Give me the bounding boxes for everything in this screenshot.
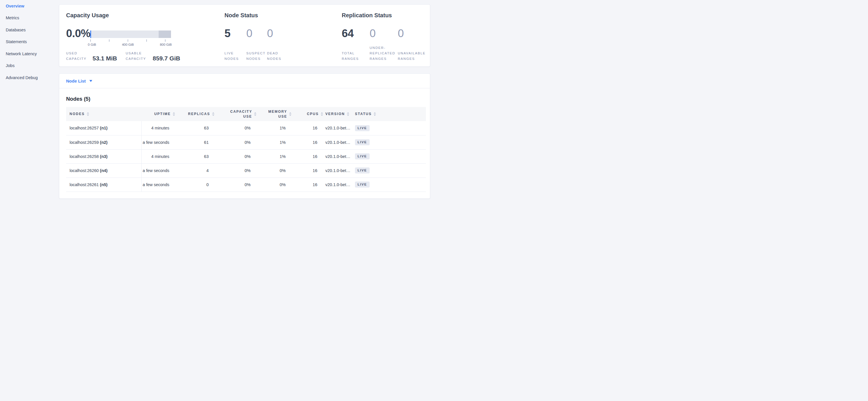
- replicas-cell: 0: [177, 177, 217, 192]
- view-selector-bar: Node List: [59, 74, 430, 88]
- column-header-replicas[interactable]: REPLICAS: [177, 107, 217, 121]
- status-badge: LIVE: [355, 125, 370, 131]
- unavailable-ranges-label: UNAVAILABLE RANGES: [398, 51, 425, 62]
- suspect-nodes-count: 0: [246, 27, 267, 40]
- replicas-cell: 63: [177, 149, 217, 163]
- node-address-cell: localhost:26259 (n2): [66, 135, 142, 149]
- uptime-cell: a few seconds: [142, 163, 177, 177]
- live-nodes-label: LIVE NODES: [224, 51, 246, 62]
- sort-icon: [173, 112, 175, 116]
- node-status-section: Node Status 5 0 0 LIVE NODES SUSPECT NOD…: [224, 12, 334, 62]
- usable-capacity-stat: USABLE CAPACITY 859.7 GiB: [126, 51, 180, 62]
- sidebar-item-overview[interactable]: Overview: [0, 0, 59, 12]
- status-cell: LIVE: [355, 121, 426, 135]
- replicas-cell: 4: [177, 163, 217, 177]
- status-badge: LIVE: [355, 153, 370, 160]
- axis-label-400gib: 400 GiB: [122, 43, 134, 46]
- axis-label-0gib: 0 GiB: [88, 43, 96, 46]
- sidebar-item-jobs[interactable]: Jobs: [0, 60, 59, 72]
- cluster-summary-card: Capacity Usage 0.0% 0 GiB 400 GiB: [59, 4, 430, 67]
- replication-status-title: Replication Status: [342, 12, 428, 19]
- live-nodes-count: 5: [224, 27, 246, 40]
- version-cell: v20.1.0-bet…: [326, 135, 355, 149]
- total-ranges-label: TOTAL RANGES: [342, 51, 370, 62]
- column-label: MEMORY USE: [262, 109, 287, 119]
- column-label: REPLICAS: [188, 112, 210, 116]
- memory-use-cell: 1%: [259, 121, 294, 135]
- sidebar-item-network-latency[interactable]: Network Latency: [0, 48, 59, 60]
- sidebar-item-statements[interactable]: Statements: [0, 36, 59, 48]
- column-header-version[interactable]: VERSION: [326, 107, 355, 121]
- capacity-use-cell: 0%: [217, 177, 259, 192]
- memory-use-cell: 0%: [259, 177, 294, 192]
- under-replicated-ranges-label: UNDER-REPLICATED RANGES: [370, 45, 398, 62]
- column-header-capacity-use[interactable]: CAPACITY USE: [217, 107, 259, 121]
- axis-label-800gib: 800 GiB: [160, 43, 172, 46]
- node-address-cell: localhost:26257 (n1): [66, 121, 142, 135]
- column-label: CPUS: [307, 112, 319, 116]
- sort-icon: [321, 112, 323, 116]
- sort-icon: [254, 112, 256, 116]
- column-header-nodes[interactable]: NODES: [66, 107, 142, 121]
- suspect-nodes-label: SUSPECT NODES: [246, 51, 267, 62]
- table-header-row: NODES UPTIME REPLICAS CAPACITY USE MEMOR…: [66, 107, 426, 121]
- column-header-memory-use[interactable]: MEMORY USE: [259, 107, 294, 121]
- sort-icon: [374, 112, 376, 116]
- status-cell: LIVE: [355, 163, 426, 177]
- uptime-cell: 4 minutes: [142, 121, 177, 135]
- node-address-cell: localhost:26260 (n4): [66, 163, 142, 177]
- capacity-used-percent: 0.0%: [66, 27, 90, 47]
- column-label: VERSION: [326, 112, 345, 116]
- table-row[interactable]: localhost:26257 (n1) 4 minutes 63 0% 1% …: [66, 121, 426, 135]
- node-status-title: Node Status: [224, 12, 334, 19]
- sidebar-item-advanced-debug[interactable]: Advanced Debug: [0, 71, 59, 84]
- table-row[interactable]: localhost:26259 (n2) a few seconds 61 0%…: [66, 135, 426, 149]
- status-cell: LIVE: [355, 149, 426, 163]
- nodes-card: Node List Nodes (5) NODES UPTIME REPLICA…: [59, 74, 430, 199]
- uptime-cell: a few seconds: [142, 135, 177, 149]
- sidebar: Overview Metrics Databases Statements Ne…: [0, 0, 59, 84]
- capacity-usage-section: Capacity Usage 0.0% 0 GiB 400 GiB: [66, 12, 218, 62]
- node-address-cell: localhost:26261 (n5): [66, 177, 142, 192]
- capacity-axis-ticks: [90, 39, 171, 42]
- capacity-gauge: 0 GiB 400 GiB 800 GiB: [90, 27, 171, 47]
- version-cell: v20.1.0-bet…: [326, 177, 355, 192]
- replicas-cell: 63: [177, 121, 217, 135]
- used-capacity-label: USED CAPACITY: [66, 51, 88, 62]
- capacity-usage-title: Capacity Usage: [66, 12, 218, 19]
- cpus-cell: 16: [294, 121, 326, 135]
- table-row[interactable]: localhost:26261 (n5) a few seconds 0 0% …: [66, 177, 426, 192]
- column-header-cpus[interactable]: CPUS: [294, 107, 326, 121]
- capacity-bar: [90, 30, 171, 38]
- usable-capacity-label: USABLE CAPACITY: [126, 51, 148, 62]
- version-cell: v20.1.0-bet…: [326, 149, 355, 163]
- version-cell: v20.1.0-bet…: [326, 163, 355, 177]
- capacity-use-cell: 0%: [217, 135, 259, 149]
- node-list-dropdown[interactable]: Node List: [66, 79, 92, 83]
- status-badge: LIVE: [355, 181, 370, 188]
- capacity-bar-used-segment: [90, 30, 91, 38]
- used-capacity-stat: USED CAPACITY 53.1 MiB: [66, 51, 117, 62]
- column-header-status[interactable]: STATUS: [355, 107, 426, 121]
- table-row[interactable]: localhost:26258 (n3) 4 minutes 63 0% 1% …: [66, 149, 426, 163]
- dead-nodes-count: 0: [267, 27, 273, 40]
- status-cell: LIVE: [355, 135, 426, 149]
- cpus-cell: 16: [294, 149, 326, 163]
- sort-icon: [87, 112, 89, 116]
- used-capacity-value: 53.1 MiB: [93, 55, 117, 61]
- nodes-table: NODES UPTIME REPLICAS CAPACITY USE MEMOR…: [66, 107, 426, 192]
- nodes-table-title: Nodes (5): [66, 96, 426, 102]
- capacity-bar-other-segment: [159, 30, 171, 38]
- column-header-uptime[interactable]: UPTIME: [142, 107, 177, 121]
- sidebar-item-metrics[interactable]: Metrics: [0, 12, 59, 24]
- caret-down-icon: [89, 80, 92, 82]
- status-cell: LIVE: [355, 177, 426, 192]
- table-row[interactable]: localhost:26260 (n4) a few seconds 4 0% …: [66, 163, 426, 177]
- under-replicated-ranges-count: 0: [370, 27, 398, 40]
- node-list-dropdown-label: Node List: [66, 79, 86, 83]
- sidebar-item-databases[interactable]: Databases: [0, 24, 59, 36]
- column-label: STATUS: [355, 112, 372, 116]
- column-label: CAPACITY USE: [230, 109, 252, 119]
- total-ranges-count: 64: [342, 27, 370, 40]
- cpus-cell: 16: [294, 177, 326, 192]
